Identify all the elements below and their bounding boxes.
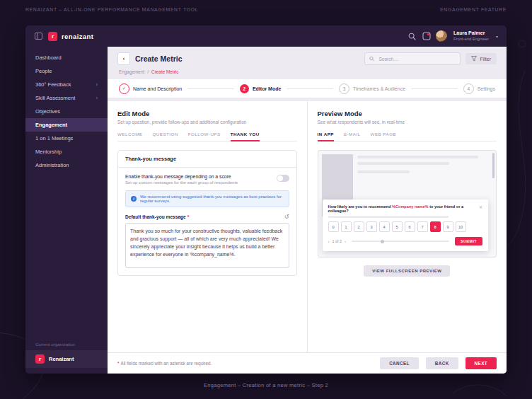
back-button[interactable]: ‹ [117,52,130,65]
page-caption: Engagement – Creation of a new metric – … [0,382,532,388]
stepper-connector [187,88,234,89]
brand-logo-icon: r [48,32,57,41]
message-field-row: Default thank-you message* ↺ [125,214,289,220]
sidebar-item-360-feedback[interactable]: 360° Feedback › [25,78,108,91]
info-text: We recommend using suggested thank-you m… [140,195,284,203]
filter-icon [471,56,477,62]
page-title: Create Metric [135,54,183,63]
tab-thank-you[interactable]: THANK YOU [231,132,260,141]
score-option-1[interactable]: 1 [341,221,352,232]
organization-logo-icon: r [35,354,45,364]
tab-in-app[interactable]: IN APP [318,132,334,141]
score-option-6[interactable]: 6 [405,221,415,232]
filter-label: Filter [480,57,491,62]
score-option-10[interactable]: 10 [456,221,466,232]
window-body: Dashboard People 360° Feedback › Skill A… [25,47,507,374]
stepper-step-2[interactable]: 2 Editor Mode [240,84,281,93]
sidebar-item-1on1-meetings[interactable]: 1 on 1 Meetings [25,132,108,145]
panels: Edit Mode Set up question, provide follo… [108,101,507,352]
sidebar-item-label: Objectives [35,108,60,115]
reset-icon[interactable]: ↺ [284,214,289,220]
stepper: ✓ Name and Description 2 Editor Mode 3 T… [108,79,507,98]
cancel-button[interactable]: CANCEL [380,357,419,369]
step-label: Name and Description [133,86,182,91]
sidebar-item-people[interactable]: People [25,64,108,78]
thank-you-card-body: Enable thank-you message depending on a … [118,168,296,275]
preview-mode-panel: Preview Mode See what respondents will s… [308,101,507,352]
skeleton-line [357,162,450,165]
edit-mode-title: Edit Mode [117,110,297,117]
info-icon: i [131,196,137,202]
stepper-step-3[interactable]: 3 Timeframes & Audience [339,83,405,94]
thank-you-card-title: Thank-you message [118,151,296,168]
skeleton-line [357,170,410,173]
survey-modal: How likely are you to recommend %Company… [323,200,489,251]
score-option-3[interactable]: 3 [366,221,377,232]
progress-dot[interactable] [381,240,384,243]
sidebar-item-objectives[interactable]: Objectives [25,105,108,118]
search-icon[interactable] [407,32,417,41]
score-toggle-row: Enable thank-you message depending on a … [125,174,289,185]
sidebar-item-engagement[interactable]: Engagement [25,118,108,132]
sidebar-item-mentorship[interactable]: Mentorship [25,145,108,158]
required-note: *All fields marked with an asterisk are … [117,361,212,366]
preview-scrollbar[interactable] [492,153,495,178]
tab-e-mail[interactable]: E-MAIL [344,132,361,141]
skeleton-line [357,156,479,158]
thank-you-message-textarea[interactable]: Thank you so much for your constructive … [125,223,289,268]
close-icon[interactable]: ✕ [479,204,482,209]
next-button[interactable]: NEXT [466,357,497,369]
step-number: 4 [463,83,474,94]
score-option-5[interactable]: 5 [392,221,403,232]
required-asterisk: * [117,361,119,366]
back-button-footer[interactable]: BACK [426,357,458,369]
ribbon-right-text: ENGAGEMENT FEATURE [440,7,507,12]
score-toggle-label: Enable thank-you message depending on a … [125,174,271,179]
sidebar-toggle-icon[interactable] [34,32,43,41]
breadcrumb-parent[interactable]: Engagement [119,69,144,74]
chevron-right-icon: › [96,82,98,87]
edit-mode-subtitle: Set up question, provide follow-ups and … [117,120,297,125]
score-option-7[interactable]: 7 [417,221,428,232]
score-option-9[interactable]: 9 [443,221,453,232]
score-toggle[interactable] [277,175,289,182]
user-menu[interactable]: Laura Palmer Front-end Engineer [453,30,489,41]
thank-you-card: Thank-you message Enable thank-you messa… [117,150,297,276]
search-input[interactable] [377,56,456,62]
submit-button[interactable]: SUBMIT [455,237,482,245]
preview-mode-subtitle: See what respondents will see, in real-t… [318,120,497,125]
page-prev-icon[interactable]: ‹ [328,239,330,243]
score-option-0[interactable]: 0 [328,221,339,232]
app-topbar: r renaizant Laura Palmer Front-end Engin… [25,25,507,47]
tab-question[interactable]: QUESTION [152,132,178,141]
toggle-knob [277,175,283,181]
sidebar-item-administration[interactable]: Administration [25,158,108,172]
ribbon-left-text: RENAIZANT – ALL-IN-ONE PERFORMANCE MANAG… [25,7,198,12]
question-text: How likely are you to recommend %Company… [328,204,475,213]
sidebar-item-dashboard[interactable]: Dashboard [25,51,108,64]
score-option-4[interactable]: 4 [379,221,390,232]
stepper-step-4[interactable]: 4 Settings [463,83,495,94]
chevron-down-icon[interactable]: ▾ [496,34,498,39]
sidebar-item-skill-assessment[interactable]: Skill Assessment › [25,91,108,105]
organization-switcher[interactable]: r Renaizant [25,350,108,368]
notifications-icon[interactable] [422,32,431,41]
tab-web-page[interactable]: WEB PAGE [371,132,397,141]
page-next-icon[interactable]: › [345,239,346,243]
score-option-8-selected[interactable]: 8 [430,221,441,232]
sidebar-item-label: People [35,68,52,74]
message-field-label: Default thank-you message* [125,214,189,219]
current-organization-label: Current organization [25,342,108,350]
survey-footer: ‹ 1 of 2 › SUBMIT [328,237,483,245]
sidebar-item-label: 360° Feedback [35,81,71,88]
avatar[interactable] [436,30,447,42]
tab-welcome[interactable]: WELCOME [117,132,142,141]
score-option-2[interactable]: 2 [354,221,364,232]
sidebar-item-label: 1 on 1 Meetings [35,135,73,141]
brand-wordmark: renaizant [62,33,93,40]
view-fullscreen-preview-button[interactable]: VIEW FULLSCREEN PREVIEW [364,265,450,277]
filter-button[interactable]: Filter [466,53,497,64]
tab-follow-ups[interactable]: FOLLOW-UPS [188,132,221,141]
stepper-step-1[interactable]: ✓ Name and Description [119,83,182,94]
step-check-icon: ✓ [119,83,129,94]
